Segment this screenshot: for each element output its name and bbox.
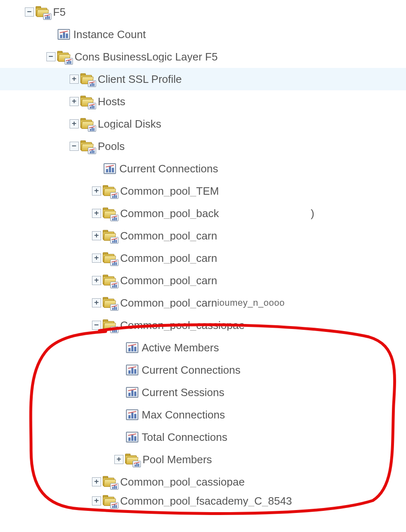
expand-toggle-icon[interactable] bbox=[92, 209, 101, 218]
tree-node-current-connections[interactable]: Current Connections bbox=[0, 359, 406, 381]
tree-label: Logical Disks bbox=[98, 118, 161, 129]
expand-toggle-icon[interactable] bbox=[70, 97, 79, 106]
tree-node-pool-cassiopae[interactable]: Common_pool_cassiopae bbox=[0, 314, 406, 336]
tree-label: Common_pool_TEM bbox=[120, 186, 219, 196]
folder-chart-icon bbox=[103, 495, 117, 507]
chart-item-icon bbox=[126, 409, 138, 420]
expand-toggle-icon[interactable] bbox=[46, 52, 56, 61]
expand-toggle-icon[interactable] bbox=[92, 496, 101, 505]
tree-label: F5 bbox=[53, 7, 65, 17]
folder-chart-icon bbox=[103, 319, 117, 331]
folder-chart-icon bbox=[103, 275, 117, 286]
tree-label: Common_pool_carn bbox=[120, 275, 217, 286]
tree-node-pool-back[interactable]: Common_pool_back ) bbox=[0, 202, 406, 225]
chart-item-icon bbox=[126, 432, 138, 443]
tree-node-f5[interactable]: F5 bbox=[0, 1, 406, 23]
tree-label: Common_pool_cassiopae bbox=[120, 476, 245, 487]
chart-item-icon bbox=[126, 387, 138, 398]
tree-node-pool-cassiopae-2[interactable]: Common_pool_cassiopae bbox=[0, 471, 406, 493]
folder-chart-icon bbox=[125, 454, 139, 465]
expand-toggle-icon[interactable] bbox=[92, 321, 101, 330]
trailing-text: ioumey_n_oooo bbox=[217, 298, 285, 307]
expand-toggle-icon[interactable] bbox=[92, 477, 101, 486]
expand-toggle-icon[interactable] bbox=[70, 75, 79, 84]
tree-label: Current Connections bbox=[142, 365, 240, 375]
tree-node-max-connections[interactable]: Max Connections bbox=[0, 404, 406, 426]
tree-label: Common_pool_cassiopae bbox=[120, 320, 245, 331]
tree-node-hosts[interactable]: Hosts bbox=[0, 90, 406, 113]
tree-label: Common_pool_carn bbox=[120, 297, 217, 308]
tree-label: Client SSL Profile bbox=[98, 74, 182, 85]
expand-toggle-icon[interactable] bbox=[70, 142, 79, 151]
tree-node-pool-carn-4[interactable]: Common_pool_carn ioumey_n_oooo bbox=[0, 292, 406, 314]
folder-chart-icon bbox=[103, 297, 117, 309]
tree-node-instance-count[interactable]: Instance Count bbox=[0, 23, 406, 46]
expand-toggle-icon[interactable] bbox=[92, 231, 101, 240]
tree-label: Active Members bbox=[142, 342, 219, 353]
trailing-text: ) bbox=[311, 208, 314, 219]
folder-chart-icon bbox=[80, 73, 94, 85]
tree-node-logical-disks[interactable]: Logical Disks bbox=[0, 113, 406, 135]
expand-toggle-icon[interactable] bbox=[25, 7, 34, 17]
chart-item-icon bbox=[126, 342, 138, 353]
folder-chart-icon bbox=[36, 6, 50, 18]
expand-toggle-icon[interactable] bbox=[92, 186, 101, 196]
tree-label: Common_pool_carn bbox=[120, 253, 217, 264]
tree-label: Hosts bbox=[98, 96, 125, 107]
expand-toggle-icon[interactable] bbox=[92, 276, 101, 285]
tree-label: Current Sessions bbox=[142, 387, 224, 398]
tree-node-pool-members[interactable]: Pool Members bbox=[0, 448, 406, 471]
expand-toggle-icon[interactable] bbox=[70, 119, 79, 128]
tree-node-client-ssl-profile[interactable]: Client SSL Profile bbox=[0, 68, 406, 90]
folder-chart-icon bbox=[103, 476, 117, 488]
tree-node-pool-carn-3[interactable]: Common_pool_carn bbox=[0, 269, 406, 292]
tree-label: Total Connections bbox=[142, 432, 227, 443]
folder-chart-icon bbox=[103, 230, 117, 242]
chart-item-icon bbox=[126, 365, 138, 375]
tree-view: F5 Instance Count Cons BusinessLogic Lay… bbox=[0, 0, 406, 509]
expand-toggle-icon[interactable] bbox=[92, 298, 101, 307]
tree-label: Instance Count bbox=[73, 29, 146, 40]
tree-label: Pool Members bbox=[143, 454, 212, 465]
expand-toggle-icon[interactable] bbox=[114, 455, 123, 464]
bottom-fade bbox=[0, 520, 406, 532]
tree-node-pool-carn-1[interactable]: Common_pool_carn bbox=[0, 225, 406, 247]
tree-label: Pools bbox=[98, 141, 125, 152]
tree-node-cons-bl-layer[interactable]: Cons BusinessLogic Layer F5 bbox=[0, 46, 406, 68]
folder-chart-icon bbox=[57, 51, 71, 63]
folder-chart-icon bbox=[103, 208, 117, 219]
folder-chart-icon bbox=[80, 140, 94, 152]
chart-item-icon bbox=[104, 163, 116, 174]
chart-item-icon bbox=[58, 29, 70, 40]
tree-label: Cons BusinessLogic Layer F5 bbox=[75, 51, 218, 62]
tree-label: Common_pool_fsacademy_C_8543 bbox=[120, 496, 292, 506]
tree-node-total-connections[interactable]: Total Connections bbox=[0, 426, 406, 448]
tree-node-pools[interactable]: Pools bbox=[0, 135, 406, 157]
tree-node-pool-fsacademy[interactable]: Common_pool_fsacademy_C_8543 bbox=[0, 493, 406, 509]
tree-label: Current Connections bbox=[119, 163, 218, 174]
tree-node-current-sessions[interactable]: Current Sessions bbox=[0, 381, 406, 404]
folder-chart-icon bbox=[80, 96, 94, 107]
tree-node-pool-tem[interactable]: Common_pool_TEM bbox=[0, 180, 406, 202]
expand-toggle-icon[interactable] bbox=[92, 254, 101, 263]
folder-chart-icon bbox=[103, 185, 117, 197]
tree-node-active-members[interactable]: Active Members bbox=[0, 336, 406, 359]
tree-node-current-connections-pools[interactable]: Current Connections bbox=[0, 157, 406, 180]
tree-label: Common_pool_back bbox=[120, 208, 219, 219]
folder-chart-icon bbox=[103, 252, 117, 264]
tree-label: Common_pool_carn bbox=[120, 230, 217, 241]
tree-label: Max Connections bbox=[142, 409, 225, 420]
folder-chart-icon bbox=[80, 118, 94, 130]
tree-node-pool-carn-2[interactable]: Common_pool_carn bbox=[0, 247, 406, 269]
